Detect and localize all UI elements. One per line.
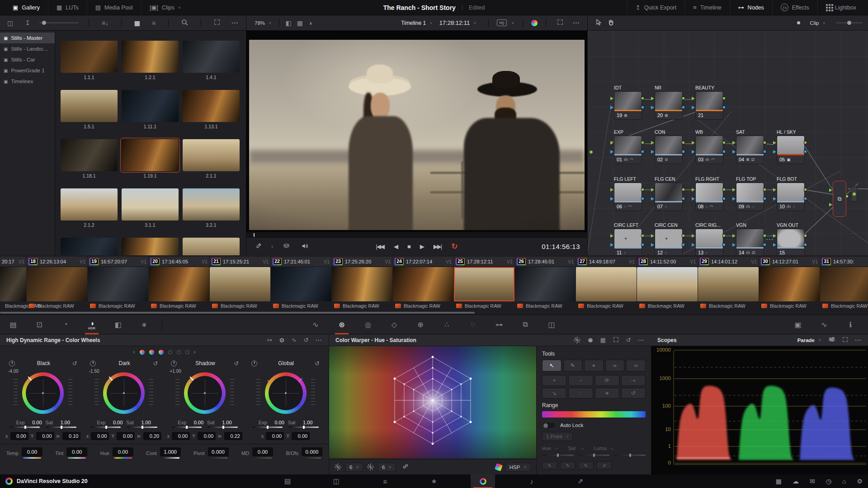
clip-header[interactable]: 21 17:15:25:21 V1: [210, 257, 270, 266]
thumbnail-size-slider[interactable]: [39, 22, 79, 23]
still-item[interactable]: 2.1.2: [61, 188, 118, 228]
fusion-page-icon[interactable]: ∗: [422, 474, 446, 488]
node-input-key-port[interactable]: [732, 243, 736, 247]
media-pool-button[interactable]: ▤ Media Pool: [87, 0, 141, 15]
grade-preview-icon[interactable]: [531, 20, 538, 26]
clip-thumbnail[interactable]: [454, 267, 514, 301]
playhead-tick[interactable]: [254, 233, 255, 237]
grade-node[interactable]: FLG BOT 10ılı ◌: [777, 176, 805, 211]
add-point-button[interactable]: +: [542, 375, 566, 386]
viewer-expand-icon[interactable]: [554, 19, 566, 27]
node-input-rgb-port[interactable]: [732, 188, 736, 192]
clip-header[interactable]: 23 17:25:26:20 V1: [332, 257, 392, 266]
source-input-port[interactable]: [589, 150, 593, 154]
node-output-key-port[interactable]: [682, 243, 685, 246]
auto-lock-toggle[interactable]: [542, 422, 556, 428]
node-output-key-port[interactable]: [763, 197, 766, 200]
timeline-clip[interactable]: 28 14:11:52:00 V1 Blackmagic RAW: [637, 257, 698, 310]
parade-scope[interactable]: 10000 1000 100 10 1 0: [651, 346, 868, 474]
sat-value[interactable]: 1.00: [299, 420, 312, 425]
link-icon[interactable]: [400, 463, 411, 471]
clip-header[interactable]: 26 17:28:45:01 V1: [515, 257, 576, 266]
clip-header[interactable]: 27 14:49:18:07 V1: [576, 257, 637, 266]
luts-button[interactable]: ▦ LUTs: [48, 0, 87, 15]
clips-button[interactable]: ]▣[ Clips ∨: [141, 0, 189, 15]
grade-node[interactable]: WB 03ılı ◠: [695, 129, 723, 164]
node-input-rgb-port[interactable]: [651, 234, 654, 238]
node-input-key-port[interactable]: [732, 150, 736, 154]
y-field[interactable]: 0.00: [198, 432, 216, 440]
proxy-quality-icon[interactable]: HQ: [497, 19, 507, 26]
goto-end-button[interactable]: ▶▶|: [434, 243, 441, 250]
timeline-clip[interactable]: 19 16:57:20:07 V1 Blackmagic RAW: [88, 257, 148, 310]
select-tool[interactable]: ↖: [542, 360, 561, 371]
gallery-album-item[interactable]: ▣ Stills - Landsc...: [0, 43, 55, 54]
timeline-selector-dropdown[interactable]: Timeline 1 ∨: [397, 19, 436, 28]
timeline-clip[interactable]: 22 17:21:45:01 V1 Blackmagic RAW: [271, 257, 331, 310]
wheel-dial-icon[interactable]: [251, 361, 257, 366]
warper-expand-icon[interactable]: [613, 337, 619, 344]
wheel-reset-icon[interactable]: ↺: [153, 360, 158, 367]
node-output-rgb-port[interactable]: [804, 234, 807, 237]
tracker-icon[interactable]: ⊕: [407, 315, 434, 334]
timeline-clip[interactable]: 26 17:28:45:01 V1 Blackmagic RAW: [515, 257, 576, 310]
node-input-key-port[interactable]: [610, 150, 613, 154]
node-output-key-port[interactable]: [682, 150, 685, 153]
pager-page-icon[interactable]: [159, 350, 164, 355]
timeline-clip[interactable]: 21 17:15:25:21 V1 Blackmagic RAW: [210, 257, 270, 310]
node-input-rgb-port[interactable]: [773, 141, 776, 145]
clip-header[interactable]: 22 17:21:45:01 V1: [271, 257, 331, 266]
node-output-rgb-port[interactable]: [722, 234, 726, 237]
timeline-clip[interactable]: 20 17:16:45:05 V1 Blackmagic RAW: [149, 257, 209, 310]
grade-node[interactable]: BEAUTY 21: [695, 85, 723, 120]
color-wheels-icon[interactable]: ◔: [52, 315, 79, 334]
sat-value[interactable]: 1.00: [137, 420, 151, 425]
still-item[interactable]: 1.13.1: [183, 90, 240, 130]
node-output-key-port[interactable]: [722, 150, 726, 153]
clock-icon[interactable]: ◷: [826, 478, 831, 485]
curves-icon[interactable]: ∿: [302, 315, 329, 334]
falloff-field[interactable]: 0.20: [143, 432, 161, 440]
x-field[interactable]: 0.00: [172, 432, 190, 440]
timeline-button[interactable]: ≡ Timeline: [684, 0, 729, 15]
timeline-clip[interactable]: 30 14:12:27:01 V1 Blackmagic RAW: [759, 257, 820, 310]
hue-range-bar[interactable]: [542, 411, 646, 418]
mesh-mode-icon[interactable]: [574, 337, 580, 343]
cut-page-icon[interactable]: ◫: [324, 474, 349, 488]
node-input-rgb-port[interactable]: [610, 188, 613, 192]
rotate-points-button[interactable]: ⟳: [595, 375, 619, 386]
grab-still-eyedropper-icon[interactable]: [253, 243, 264, 250]
still-item[interactable]: [183, 238, 240, 255]
clip-header[interactable]: 30 14:12:27:01 V1: [759, 257, 820, 266]
param-field[interactable]: 0.00: [66, 447, 87, 456]
node-output-key-port[interactable]: [804, 243, 807, 246]
grade-node[interactable]: FLG LEFT 06◌ ◠: [614, 176, 642, 211]
x-field[interactable]: 0.00: [91, 432, 109, 440]
draw-hue-button[interactable]: ✎: [542, 461, 557, 469]
blur-icon[interactable]: ◌: [460, 315, 486, 334]
node-output-rgb-port[interactable]: [682, 234, 685, 237]
timeline-clip[interactable]: 29 14:14:01:12 V1 Blackmagic RAW: [698, 257, 759, 310]
clip-thumbnail[interactable]: [210, 267, 270, 301]
node-input-rgb-port[interactable]: [651, 188, 654, 192]
still-thumbnail[interactable]: [183, 139, 240, 171]
grid-view-icon[interactable]: ▦: [132, 19, 143, 27]
still-item[interactable]: 3.1.1: [122, 188, 179, 228]
color-wheel[interactable]: [265, 372, 307, 414]
grid-mode-icon[interactable]: ▦: [600, 337, 605, 343]
falloff-field[interactable]: 0.10: [62, 432, 80, 440]
node-input-key-port[interactable]: [773, 150, 776, 154]
scope-mode-dropdown[interactable]: Parade ∨: [797, 336, 821, 345]
node-input-key-port[interactable]: [692, 243, 695, 247]
hue-sat-mode-icon[interactable]: ⊛: [588, 337, 593, 343]
wheel-dial-icon[interactable]: [90, 361, 96, 366]
still-item[interactable]: 1.1.1: [61, 41, 118, 80]
points-dropdown[interactable]: 1 Point∨: [542, 432, 573, 441]
gallery-album-item[interactable]: ▣ Stills - Car: [0, 54, 55, 65]
still-thumbnail[interactable]: [183, 238, 240, 255]
node-input-key-port[interactable]: [692, 197, 695, 201]
wipe-still-icon[interactable]: ◧: [283, 19, 294, 27]
clip-thumbnail[interactable]: [820, 267, 868, 301]
y-field[interactable]: 0.00: [36, 432, 54, 440]
gallery-album-item[interactable]: ▣ Stills - Master: [0, 33, 55, 43]
